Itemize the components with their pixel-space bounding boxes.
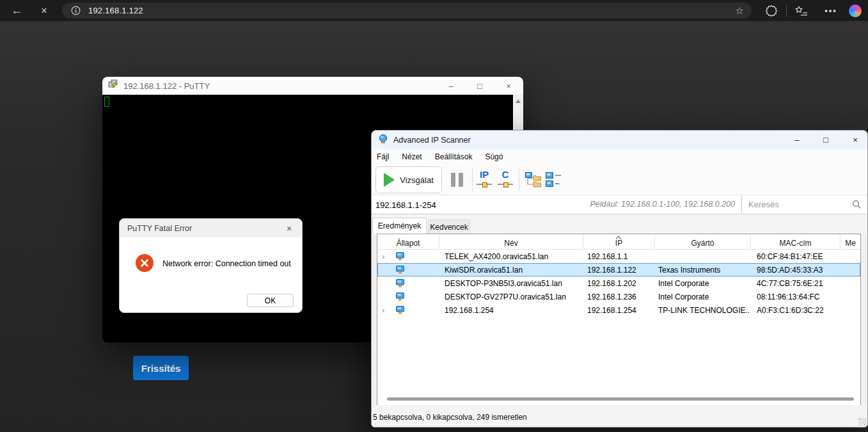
favorites-list-icon[interactable] <box>792 0 811 21</box>
device-name: DESKTOP-GV27P7U.oravica51.lan <box>445 290 582 303</box>
device-icon <box>395 252 405 263</box>
scanner-app-icon <box>378 134 388 147</box>
toolbar-separator <box>519 168 519 191</box>
scan-button[interactable]: Vizsgálat <box>375 166 442 193</box>
device-vendor <box>658 250 750 263</box>
error-message: Network error: Connection timed out <box>162 259 291 268</box>
putty-window-title: 192.168.1.122 - PuTTY <box>123 81 210 91</box>
ip-icon-label: IP <box>480 169 489 180</box>
c-icon-label: C <box>502 169 509 180</box>
putty-close-button[interactable]: × <box>496 77 521 95</box>
more-menu-icon[interactable]: ••• <box>821 0 840 21</box>
scanner-titlebar[interactable]: Advanced IP Scanner – □ × <box>372 131 867 149</box>
expand-chevron-icon[interactable]: › <box>382 303 384 317</box>
scanner-maximize-button[interactable]: □ <box>813 131 839 149</box>
table-row[interactable]: DESKTOP-GV27P7U.oravica51.lan 192.168.1.… <box>377 290 860 303</box>
scanner-statusbar: 5 bekapcsolva, 0 kikapcsolva, 249 ismere… <box>372 405 867 427</box>
back-icon[interactable]: ← <box>6 0 27 21</box>
scroll-up-arrow-icon[interactable] <box>516 99 521 103</box>
dialog-title: PuTTY Fatal Error <box>127 224 192 233</box>
device-name: TELEK_AX4200.oravica51.lan <box>445 250 582 263</box>
scanner-minimize-button[interactable]: – <box>784 131 810 149</box>
column-header-status[interactable]: Állapot <box>377 234 439 250</box>
resize-grip[interactable] <box>858 418 866 426</box>
column-header-mac[interactable]: MAC-cím <box>751 234 840 250</box>
browser-toolbar: ← × 192.168.1.122 ☆ ••• <box>0 0 868 21</box>
putty-error-dialog: PuTTY Fatal Error × Network error: Conne… <box>119 218 303 313</box>
device-name: KiwiSDR.oravica51.lan <box>445 263 582 276</box>
table-row-selected[interactable]: KiwiSDR.oravica51.lan 192.168.1.122 Texa… <box>377 263 860 276</box>
column-header-vendor[interactable]: Gyártó <box>655 234 751 250</box>
device-name: DESKTOP-P3NB5I3.oravica51.lan <box>445 276 582 290</box>
device-ip: 192.168.1.254 <box>587 303 654 317</box>
ip-icon-node <box>477 181 492 188</box>
horizontal-scrollbar[interactable] <box>387 397 854 401</box>
scanner-close-button[interactable]: × <box>842 131 868 149</box>
list-view-icon[interactable] <box>546 172 562 190</box>
dialog-titlebar[interactable]: PuTTY Fatal Error × <box>120 219 302 237</box>
device-mac: 98:5D:AD:45:33:A3 <box>757 263 840 276</box>
menu-view[interactable]: Nézet <box>395 152 428 161</box>
pause-icon[interactable] <box>451 173 463 187</box>
search-input[interactable] <box>748 198 844 211</box>
scan-button-label: Vizsgálat <box>400 175 434 185</box>
device-vendor: Intel Corporate <box>658 276 750 290</box>
table-row[interactable]: › TELEK_AX4200.oravica51.lan 192.168.1.1… <box>377 250 860 263</box>
putty-app-icon <box>108 79 118 92</box>
ip-scanner-window: Advanced IP Scanner – □ × Fájl Nézet Beá… <box>371 130 868 428</box>
device-ip: 192.168.1.122 <box>587 263 654 276</box>
url-text[interactable]: 192.168.1.122 <box>88 6 143 15</box>
expand-chevron-icon[interactable]: › <box>382 250 384 263</box>
scanner-menubar: Fájl Nézet Beállítások Súgó <box>372 149 867 164</box>
column-header-comment[interactable]: Me <box>840 234 860 250</box>
device-vendor: Texas Instruments <box>658 263 750 276</box>
table-row[interactable]: DESKTOP-P3NB5I3.oravica51.lan 192.168.1.… <box>377 276 860 290</box>
device-vendor: Intel Corporate <box>658 290 750 303</box>
refresh-button[interactable]: Frissítés <box>133 356 189 380</box>
device-icon <box>395 265 405 276</box>
scanner-window-title: Advanced IP Scanner <box>393 136 471 145</box>
c-icon-node <box>498 181 513 188</box>
tree-view-icon[interactable] <box>525 172 543 190</box>
extensions-icon[interactable] <box>762 0 781 21</box>
menu-settings[interactable]: Beállítások <box>429 152 479 161</box>
scan-range-row: Például: 192.168.0.1-100, 192.168.0.200 <box>372 195 867 214</box>
putty-maximize-button[interactable]: □ <box>467 77 493 95</box>
play-icon <box>384 173 395 187</box>
toolbar-divider <box>786 4 787 17</box>
device-name: 192.168.1.254 <box>445 303 582 317</box>
c-class-icon[interactable]: C <box>497 169 514 188</box>
table-header-row: Állapot Név IP Gyártó MAC-cím Me <box>377 234 860 250</box>
menu-help[interactable]: Súgó <box>478 152 509 161</box>
status-text: 5 bekapcsolva, 0 kikapcsolva, 249 ismere… <box>373 413 527 422</box>
ok-button[interactable]: OK <box>247 294 294 307</box>
terminal-cursor <box>104 97 109 107</box>
putty-minimize-button[interactable]: – <box>438 77 464 95</box>
sort-ascending-icon <box>617 236 621 240</box>
device-ip: 192.168.1.236 <box>587 290 654 303</box>
search-box[interactable] <box>741 196 868 213</box>
ip-subnet-icon[interactable]: IP <box>476 169 493 188</box>
device-mac: 4C:77:CB:75:6E:21 <box>757 276 840 290</box>
putty-titlebar[interactable]: 192.168.1.122 - PuTTY – □ × <box>102 77 523 95</box>
tab-results[interactable]: Eredmények <box>372 218 427 234</box>
menu-file[interactable]: Fájl <box>372 152 395 161</box>
ip-range-hint: Például: 192.168.0.1-100, 192.168.0.200 <box>590 200 735 209</box>
scanner-tabs: Eredmények Kedvencek <box>372 214 867 234</box>
tab-favorites[interactable]: Kedvencek <box>428 220 470 234</box>
column-header-ip[interactable]: IP <box>583 234 655 250</box>
column-header-name[interactable]: Név <box>439 234 583 250</box>
device-ip: 192.168.1.202 <box>587 276 654 290</box>
copilot-icon[interactable] <box>849 4 862 17</box>
device-mac: 60:CF:84:B1:47:EE <box>757 250 840 263</box>
toolbar-separator <box>472 168 473 191</box>
table-row[interactable]: › 192.168.1.254 192.168.1.254 TP-LINK TE… <box>377 303 860 317</box>
site-info-icon[interactable] <box>71 6 81 15</box>
address-bar[interactable]: 192.168.1.122 ☆ <box>62 3 752 19</box>
results-table: Állapot Név IP Gyártó MAC-cím Me › TELEK… <box>377 234 861 406</box>
dialog-close-icon[interactable]: × <box>280 219 298 237</box>
favorite-star-icon[interactable]: ☆ <box>736 5 744 17</box>
search-icon <box>852 200 862 209</box>
device-mac: A0:F3:C1:6D:3C:22 <box>757 303 840 317</box>
stop-icon[interactable]: × <box>35 0 54 21</box>
